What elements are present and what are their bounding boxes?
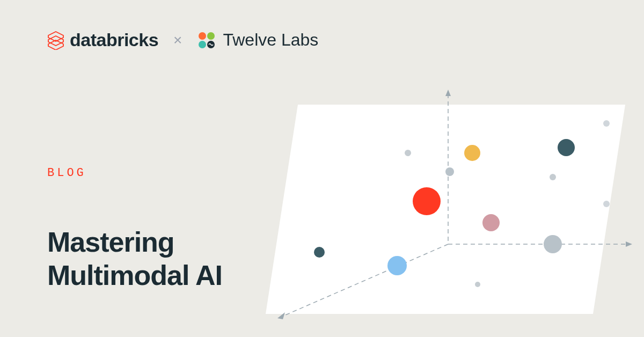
svg-point-11	[603, 201, 610, 207]
svg-point-13	[314, 247, 325, 258]
svg-point-7	[405, 150, 411, 156]
title-line-1: Mastering	[47, 225, 222, 259]
svg-point-15	[413, 187, 441, 215]
twelvelabs-logo: Twelve Labs	[197, 30, 318, 50]
twelvelabs-icon	[197, 31, 216, 50]
header: databricks × Twelve Labs	[47, 30, 318, 50]
title-line-2: Multimodal AI	[47, 259, 222, 292]
embedding-space-graphic	[250, 83, 636, 330]
svg-point-16	[464, 145, 480, 161]
databricks-logo: databricks	[47, 30, 158, 50]
svg-point-19	[558, 139, 575, 156]
svg-point-10	[550, 174, 556, 180]
svg-point-14	[387, 256, 407, 275]
svg-point-0	[199, 32, 206, 40]
svg-point-1	[207, 32, 215, 40]
svg-point-2	[199, 41, 206, 48]
twelvelabs-text: Twelve Labs	[223, 30, 318, 50]
blog-label: BLOG	[47, 166, 86, 180]
svg-point-8	[445, 167, 454, 176]
x-separator-icon: ×	[173, 32, 182, 49]
svg-point-18	[544, 235, 562, 253]
databricks-text: databricks	[70, 30, 158, 50]
svg-point-9	[603, 120, 610, 127]
svg-point-17	[482, 214, 500, 231]
svg-point-12	[475, 282, 480, 287]
page-title: Mastering Multimodal AI	[47, 225, 222, 292]
databricks-icon	[47, 31, 64, 50]
